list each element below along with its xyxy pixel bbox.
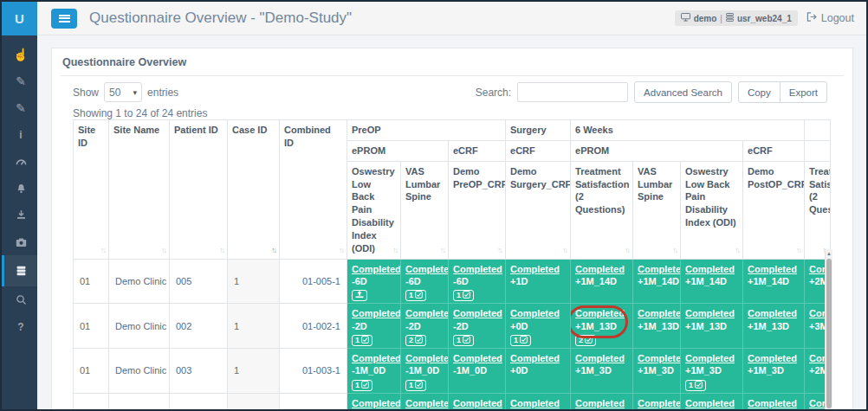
completed-link[interactable]: Completed [575, 307, 625, 319]
completed-link[interactable]: Completed [575, 397, 625, 409]
schedule-offset: +1M_14D [748, 275, 800, 287]
completed-link[interactable]: Completed [748, 307, 797, 319]
scroll-up-icon[interactable]: ▲ [826, 249, 832, 258]
completed-link[interactable]: Completed [685, 307, 735, 319]
sidebar-item-notifications[interactable] [2, 175, 37, 202]
completed-link[interactable]: Completed [685, 352, 735, 364]
completed-link[interactable]: Completed [453, 397, 502, 409]
page-title: Questionnaire Overview - "Demo-Study" [89, 10, 352, 27]
submission-count-badge: 1 [453, 335, 474, 346]
completed-link[interactable]: Completed [638, 263, 681, 275]
questionnaire-cell: Completed-1M_0D1 [401, 349, 449, 394]
sidebar-item-search[interactable] [2, 286, 37, 313]
completed-link[interactable]: Completed [510, 263, 560, 275]
completed-link[interactable]: Completed [748, 263, 797, 275]
sidebar-item-edit-1[interactable]: ✎ [2, 67, 37, 94]
search-input[interactable] [517, 82, 628, 102]
sidebar-item-help[interactable]: ? [2, 313, 37, 340]
menu-toggle-button[interactable] [51, 9, 77, 29]
sidebar-item-edit-2[interactable]: ✎ [2, 94, 37, 121]
vertical-scrollbar[interactable]: ▲ [825, 249, 832, 409]
app-logo[interactable]: U [2, 2, 37, 35]
completed-link[interactable]: Completed [352, 263, 401, 275]
subgroup-ecrf: eCRF [449, 140, 506, 161]
sidebar-item-dashboard[interactable] [2, 148, 37, 175]
pencil-icon: ✎ [16, 75, 26, 87]
table-info: Showing 1 to 24 of 24 entries [73, 107, 207, 119]
completed-link[interactable]: Completed [352, 307, 401, 319]
group-header-preop: PreOP [347, 120, 506, 141]
questionnaire-cell: Completed+1M_13D [633, 304, 681, 349]
col-combined-id[interactable]: Combined ID [280, 120, 347, 260]
completed-link[interactable]: Completed [510, 397, 560, 409]
submission-count-badge: 1 [352, 380, 372, 391]
completed-link[interactable]: Completed [748, 397, 797, 409]
copy-button[interactable]: Copy [738, 81, 781, 103]
completed-link[interactable]: Completed [405, 307, 449, 319]
database-icon [16, 265, 27, 277]
questionnaire-cell: Completed+1M_11D [633, 393, 681, 411]
questionnaire-cell: Completed+1D [506, 259, 571, 304]
completed-link[interactable]: Completed [510, 307, 560, 319]
table-row: 01Demo Clinic 01003101-003-1Completed-1M… [74, 349, 831, 394]
monitor-icon [681, 13, 690, 23]
badge-separator: | [720, 14, 722, 23]
main-content: Questionnaire Overview Show 50 ▾ entries… [37, 36, 866, 409]
col-site-name[interactable]: Site Name [109, 120, 170, 260]
completed-link[interactable]: Completed [405, 263, 449, 275]
col-case-id[interactable]: Case ID [228, 120, 280, 260]
completed-link[interactable]: Completed [453, 263, 502, 275]
completed-link[interactable]: Completed [405, 397, 449, 409]
cell-case-id: 1 [228, 259, 280, 304]
completed-link[interactable]: Completed [352, 352, 401, 364]
col-vas-6w[interactable]: VAS Lumbar Spine [633, 161, 681, 259]
questionnaire-cell: Completed+1M_3D1 [681, 349, 743, 394]
logout-link[interactable]: Logout [806, 12, 854, 24]
completed-link[interactable]: Completed [748, 352, 797, 364]
col-demo-surgery-crf[interactable]: Demo Surgery_CRF [506, 161, 571, 259]
export-button[interactable]: Export [780, 81, 827, 103]
col-patient-id[interactable]: Patient ID [170, 120, 228, 260]
check-square-icon [415, 291, 423, 300]
scrollbar-thumb[interactable] [826, 259, 832, 408]
col-demo-preop-crf[interactable]: Demo PreOP_CRF [449, 161, 506, 259]
page-size-select[interactable]: 50 ▾ [104, 82, 142, 102]
sidebar-item-downloads[interactable] [2, 202, 37, 228]
table-row: 01Demo Clinic 01005101-005-1Completed-6D… [74, 259, 831, 304]
show-label: Show [73, 87, 99, 99]
completed-link[interactable]: Completed [638, 397, 681, 409]
submission-count-badge: 1 [510, 335, 531, 346]
completed-link[interactable]: Completed [405, 352, 449, 364]
sidebar-item-info[interactable]: i [2, 121, 37, 148]
panel-title: Questionnaire Overview [61, 48, 844, 76]
questionnaire-panel: Questionnaire Overview Show 50 ▾ entries… [51, 48, 853, 411]
completed-link[interactable]: Completed [575, 352, 625, 364]
completed-link[interactable]: Completed [685, 397, 735, 409]
check-square-icon [415, 336, 423, 345]
completed-link[interactable]: Completed [575, 263, 625, 275]
sidebar-item-hand[interactable]: ☝ [2, 41, 37, 67]
col-demo-postop-crf[interactable]: Demo PostOP_CRF [743, 161, 805, 259]
completed-link[interactable]: Completed [638, 307, 681, 319]
sidebar-item-media[interactable] [2, 228, 37, 255]
col-oswestry-6w[interactable]: Oswestry Low Back Pain Disability Index … [681, 161, 743, 259]
completed-link[interactable]: Completed [685, 263, 735, 275]
completed-link[interactable]: Completed [638, 352, 681, 364]
completed-link[interactable]: Completed [510, 352, 560, 364]
col-treatment-satisfaction-next[interactable]: Treatment Satisfaction (2 Questions) [805, 161, 831, 259]
cell-combined-id: 01-002-1 [280, 304, 347, 349]
col-site-id[interactable]: Site ID [74, 120, 109, 260]
completed-link[interactable]: Completed [352, 397, 401, 409]
server-icon [726, 13, 734, 23]
completed-link[interactable]: Completed [453, 352, 502, 364]
upload-badge [352, 290, 367, 301]
sidebar-item-data[interactable] [2, 255, 37, 286]
schedule-offset: +1M_13D [748, 320, 800, 332]
topbar: Questionnaire Overview - "Demo-Study" de… [37, 2, 866, 35]
col-treatment-satisfaction-6w[interactable]: Treatment Satisfaction (2 Questions) [571, 161, 633, 259]
col-oswestry-preop[interactable]: Oswestry Low Back Pain Disability Index … [347, 161, 401, 259]
col-vas-preop[interactable]: VAS Lumbar Spine [401, 161, 449, 259]
submission-count: 1 [457, 292, 461, 299]
advanced-search-button[interactable]: Advanced Search [634, 81, 732, 103]
completed-link[interactable]: Completed [453, 307, 502, 319]
